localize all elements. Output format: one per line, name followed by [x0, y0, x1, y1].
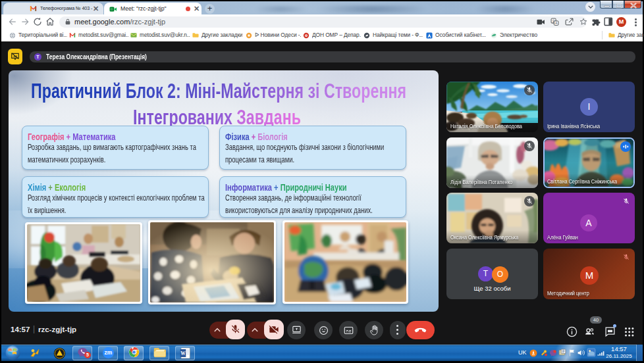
svg-text:W: W	[180, 350, 186, 356]
